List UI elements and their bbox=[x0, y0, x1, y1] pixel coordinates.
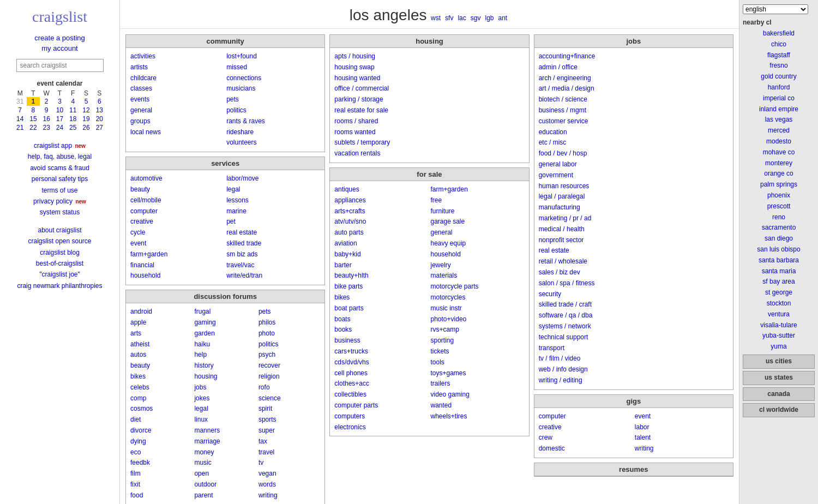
housing-link[interactable]: parking / storage bbox=[334, 94, 524, 105]
calendar-day[interactable]: 25 bbox=[67, 123, 80, 132]
housing-link[interactable]: real estate for sale bbox=[334, 105, 524, 116]
forsale-link[interactable]: baby+kid bbox=[334, 249, 428, 260]
discussion-link[interactable]: politics bbox=[258, 339, 320, 350]
jobs-link[interactable]: manufacturing bbox=[539, 202, 729, 213]
nearby-city-link[interactable]: sacramento bbox=[743, 223, 815, 233]
nearby-city-link[interactable]: palm springs bbox=[743, 179, 815, 190]
discussion-link[interactable]: travel bbox=[258, 447, 320, 458]
jobs-link[interactable]: business / mgmt bbox=[539, 105, 729, 116]
calendar-day[interactable]: 3 bbox=[53, 97, 66, 106]
nearby-city-link[interactable]: inland empire bbox=[743, 104, 815, 115]
nearby-city-link[interactable]: reno bbox=[743, 212, 815, 223]
discussion-link[interactable]: bikes bbox=[130, 371, 192, 382]
joe-link[interactable]: "craigslist joe" bbox=[5, 269, 114, 280]
jobs-link[interactable]: skilled trade / craft bbox=[539, 299, 729, 310]
community-link[interactable]: pets bbox=[226, 94, 320, 105]
nearby-city-link[interactable]: gold country bbox=[743, 71, 815, 82]
services-link[interactable]: lessons bbox=[226, 195, 320, 206]
jobs-link[interactable]: customer service bbox=[539, 116, 729, 127]
nearby-city-link[interactable]: yuba-sutter bbox=[743, 331, 815, 341]
nearby-city-link[interactable]: san luis obispo bbox=[743, 244, 815, 255]
discussion-link[interactable]: gaming bbox=[194, 317, 256, 328]
jobs-link[interactable]: web / info design bbox=[539, 364, 729, 375]
jobs-link[interactable]: human resources bbox=[539, 181, 729, 192]
nearby-city-link[interactable]: imperial co bbox=[743, 93, 815, 104]
services-link[interactable]: skilled trade bbox=[226, 238, 320, 249]
services-link[interactable]: labor/move bbox=[226, 173, 320, 184]
community-link[interactable]: activities bbox=[130, 51, 224, 62]
jobs-link[interactable]: government bbox=[539, 170, 729, 181]
nearby-city-link[interactable]: bakersfield bbox=[743, 28, 815, 39]
gigs-link[interactable]: labor bbox=[635, 422, 729, 433]
forsale-link[interactable]: motorcycles bbox=[431, 292, 525, 303]
forsale-link[interactable]: beauty+hlth bbox=[334, 271, 428, 281]
craig-link[interactable]: craig newmark philanthropies bbox=[5, 280, 114, 291]
forsale-link[interactable]: toys+games bbox=[431, 368, 525, 379]
discussion-link[interactable]: jobs bbox=[194, 382, 256, 393]
jobs-link[interactable]: nonprofit sector bbox=[539, 235, 729, 246]
community-link[interactable]: artists bbox=[130, 62, 224, 73]
gigs-link[interactable]: talent bbox=[635, 433, 729, 443]
cl-worldwide-link[interactable]: cl worldwide bbox=[743, 403, 815, 417]
jobs-link[interactable]: real estate bbox=[539, 245, 729, 256]
discussion-link[interactable]: housing bbox=[194, 371, 256, 382]
forsale-link[interactable]: jewelry bbox=[431, 260, 525, 271]
services-link[interactable]: marine bbox=[226, 206, 320, 217]
jobs-link[interactable]: medical / health bbox=[539, 224, 729, 235]
forsale-link[interactable]: garage sale bbox=[431, 217, 525, 227]
about-link[interactable]: about craigslist bbox=[5, 225, 114, 236]
discussion-link[interactable]: apple bbox=[130, 317, 192, 328]
forsale-link[interactable]: cars+trucks bbox=[334, 346, 428, 357]
calendar-day[interactable]: 27 bbox=[93, 123, 106, 132]
community-link[interactable]: politics bbox=[226, 105, 320, 116]
jobs-link[interactable]: art / media / design bbox=[539, 83, 729, 94]
forsale-link[interactable]: farm+garden bbox=[431, 184, 525, 195]
forsale-link[interactable]: free bbox=[431, 195, 525, 206]
search-input[interactable] bbox=[16, 59, 104, 72]
discussion-link[interactable]: parent bbox=[194, 490, 256, 501]
nearby-city-link[interactable]: stockton bbox=[743, 298, 815, 309]
discussion-link[interactable]: help bbox=[194, 350, 256, 361]
community-link[interactable]: musicians bbox=[226, 83, 320, 94]
jobs-link[interactable]: security bbox=[539, 289, 729, 300]
opensource-link[interactable]: craigslist open source bbox=[5, 236, 114, 247]
city-subarea-link[interactable]: sfv bbox=[445, 14, 453, 22]
jobs-link[interactable]: biotech / science bbox=[539, 94, 729, 105]
us-cities-link[interactable]: us cities bbox=[743, 355, 815, 369]
discussion-link[interactable]: money bbox=[194, 447, 256, 458]
terms-link[interactable]: terms of use bbox=[5, 185, 114, 196]
housing-link[interactable]: apts / housing bbox=[334, 51, 524, 62]
forsale-link[interactable]: boats bbox=[334, 314, 428, 325]
discussion-link[interactable]: manners bbox=[194, 425, 256, 436]
jobs-link[interactable]: technical support bbox=[539, 332, 729, 343]
calendar-day[interactable]: 23 bbox=[40, 123, 53, 132]
best-link[interactable]: best-of-craigslist bbox=[5, 258, 114, 269]
services-link[interactable]: farm+garden bbox=[130, 249, 224, 260]
discussion-link[interactable]: beauty bbox=[130, 361, 192, 371]
discussion-link[interactable]: science bbox=[258, 393, 320, 404]
nearby-city-link[interactable]: orange co bbox=[743, 169, 815, 179]
jobs-link[interactable]: legal / paralegal bbox=[539, 191, 729, 202]
services-link[interactable]: household bbox=[130, 271, 224, 281]
services-link[interactable]: cycle bbox=[130, 227, 224, 238]
nearby-city-link[interactable]: ventura bbox=[743, 309, 815, 320]
forsale-link[interactable]: wanted bbox=[431, 400, 525, 411]
forsale-link[interactable]: books bbox=[334, 325, 428, 335]
jobs-link[interactable]: tv / film / video bbox=[539, 353, 729, 364]
discussion-link[interactable]: autos bbox=[130, 350, 192, 361]
discussion-link[interactable]: history bbox=[194, 361, 256, 371]
calendar-day[interactable]: 24 bbox=[53, 123, 66, 132]
discussion-link[interactable]: religion bbox=[258, 371, 320, 382]
community-link[interactable]: lost+found bbox=[226, 51, 320, 62]
language-select[interactable]: english bbox=[743, 4, 808, 14]
calendar-day[interactable]: 7 bbox=[14, 106, 27, 115]
help-link[interactable]: help, faq, abuse, legal bbox=[5, 151, 114, 162]
calendar-day[interactable]: 21 bbox=[14, 123, 27, 132]
discussion-link[interactable]: frugal bbox=[194, 307, 256, 317]
discussion-link[interactable]: comp bbox=[130, 393, 192, 404]
discussion-link[interactable]: music bbox=[194, 458, 256, 469]
blog-link[interactable]: craigslist blog bbox=[5, 247, 114, 258]
gigs-link[interactable]: creative bbox=[539, 422, 633, 433]
discussion-link[interactable]: linux bbox=[194, 415, 256, 425]
forsale-link[interactable]: electronics bbox=[334, 422, 428, 433]
